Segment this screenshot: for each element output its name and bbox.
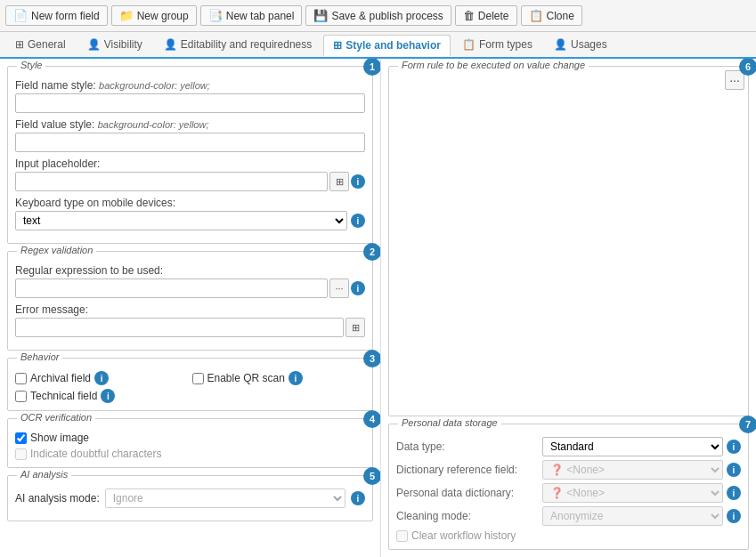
error-input-group: ⊞ xyxy=(15,318,365,337)
delete-icon: 🗑 xyxy=(463,9,475,22)
archival-checkbox[interactable] xyxy=(15,373,27,384)
new-tab-panel-icon: 📑 xyxy=(208,9,223,22)
form-rule-section: Form rule to be executed on value change… xyxy=(388,66,749,416)
field-value-style-input[interactable] xyxy=(15,133,365,152)
tab-visibility[interactable]: 👤 Visibility xyxy=(77,34,152,55)
main-content: Style 1 Field name style: background-col… xyxy=(0,59,756,557)
qr-info-icon[interactable]: i xyxy=(289,371,303,385)
regex-label: Regular expression to be used: xyxy=(15,264,365,277)
data-type-select[interactable]: Standard Personal Sensitive xyxy=(542,437,723,456)
ocr-section-title: OCR verification xyxy=(17,412,95,423)
field-name-style-input[interactable] xyxy=(15,93,365,113)
regex-content: Regular expression to be used: ··· i Err… xyxy=(8,252,372,350)
archival-row: Archival field i xyxy=(15,371,189,385)
ocr-content: Show image Indicate doubtful characters xyxy=(8,419,372,467)
input-placeholder-input[interactable] xyxy=(15,172,328,191)
placeholder-edit-button[interactable]: ⊞ xyxy=(329,172,349,191)
keyboard-type-select[interactable]: text number email tel url xyxy=(15,211,347,230)
data-type-info-icon[interactable]: i xyxy=(727,440,741,454)
enable-qr-checkbox[interactable] xyxy=(192,373,204,384)
form-rule-textarea[interactable] xyxy=(389,67,748,343)
form-types-icon: 📋 xyxy=(462,38,476,51)
delete-label: Delete xyxy=(478,10,509,22)
dict-ref-select[interactable]: ❓ <None> xyxy=(542,460,723,480)
save-publish-button[interactable]: 💾 Save & publish process xyxy=(305,5,451,26)
tab-editability-label: Editability and requiredness xyxy=(181,38,312,51)
enable-qr-label: Enable QR scan xyxy=(207,372,285,384)
indicate-checkbox[interactable] xyxy=(15,448,27,460)
regex-more-button[interactable]: ··· xyxy=(329,278,349,298)
style-section: Style 1 Field name style: background-col… xyxy=(7,66,373,244)
tab-general[interactable]: ⊞ General xyxy=(5,34,76,55)
field-value-style-value: background-color: yellow; xyxy=(98,119,209,130)
new-tab-panel-label: New tab panel xyxy=(226,10,295,22)
cleaning-mode-select[interactable]: Anonymize Delete xyxy=(542,506,723,526)
clone-label: Clone xyxy=(547,10,574,22)
regex-field-row: Regular expression to be used: ··· i xyxy=(15,264,365,298)
cleaning-mode-label: Cleaning mode: xyxy=(396,510,539,522)
ai-mode-select[interactable]: Ignore Analyze Required xyxy=(105,488,345,508)
right-panel: Form rule to be executed on value change… xyxy=(381,59,756,557)
behavior-section-title: Behavior xyxy=(17,351,62,362)
technical-info-icon[interactable]: i xyxy=(101,389,115,403)
clone-button[interactable]: 📋 Clone xyxy=(521,5,582,26)
personal-data-content: Data type: Standard Personal Sensitive i… xyxy=(389,424,748,549)
toolbar: 📄 New form field 📁 New group 📑 New tab p… xyxy=(0,0,756,32)
personal-dict-info-icon[interactable]: i xyxy=(727,486,741,500)
data-type-label: Data type: xyxy=(396,440,539,453)
field-value-style-row: Field value style: background-color: yel… xyxy=(15,118,365,152)
regex-info-icon[interactable]: i xyxy=(351,281,365,295)
regex-input[interactable] xyxy=(15,278,328,298)
usages-icon: 👤 xyxy=(554,38,567,51)
style-badge: 1 xyxy=(363,59,381,76)
form-rule-title: Form rule to be executed on value change xyxy=(398,60,589,70)
keyboard-type-info-icon[interactable]: i xyxy=(351,214,365,228)
dict-ref-info-icon[interactable]: i xyxy=(727,463,741,477)
new-form-field-icon: 📄 xyxy=(13,9,28,22)
personal-dict-row: Personal data dictionary: ❓ <None> i xyxy=(396,483,741,503)
ai-section-title: AI analysis xyxy=(17,469,71,480)
ai-section: AI analysis 5 AI analysis mode: Ignore A… xyxy=(7,475,373,521)
new-tab-panel-button[interactable]: 📑 New tab panel xyxy=(200,5,303,26)
ai-content: AI analysis mode: Ignore Analyze Require… xyxy=(8,476,372,521)
personal-data-section: Personal data storage 7 Data type: Stand… xyxy=(388,424,749,550)
personal-dict-select[interactable]: ❓ <None> xyxy=(542,483,723,503)
show-image-checkbox[interactable] xyxy=(15,432,27,444)
archival-info-icon[interactable]: i xyxy=(94,371,109,385)
personal-dict-label: Personal data dictionary: xyxy=(396,487,539,499)
style-icon: ⊞ xyxy=(333,39,342,52)
clone-icon: 📋 xyxy=(529,9,543,22)
tab-style-label: Style and behavior xyxy=(345,39,441,52)
cleaning-info-icon[interactable]: i xyxy=(727,509,741,523)
enable-qr-row: Enable QR scan i xyxy=(192,371,366,385)
tab-style-behavior[interactable]: ⊞ Style and behavior xyxy=(323,35,451,56)
ai-badge: 5 xyxy=(363,467,381,485)
ai-mode-info-icon[interactable]: i xyxy=(351,491,365,505)
clear-workflow-checkbox[interactable] xyxy=(396,530,408,542)
show-image-label: Show image xyxy=(30,432,89,444)
new-group-button[interactable]: 📁 New group xyxy=(111,5,197,26)
placeholder-info-icon[interactable]: i xyxy=(351,174,365,189)
error-edit-button[interactable]: ⊞ xyxy=(345,318,365,337)
tab-usages[interactable]: 👤 Usages xyxy=(544,34,617,55)
error-message-input[interactable] xyxy=(15,318,344,337)
tab-editability[interactable]: 👤 Editability and requiredness xyxy=(154,34,321,55)
style-section-title: Style xyxy=(17,60,45,70)
tab-form-types[interactable]: 📋 Form types xyxy=(452,34,542,55)
new-form-field-button[interactable]: 📄 New form field xyxy=(5,5,108,26)
input-placeholder-label: Input placeholder: xyxy=(15,157,365,170)
save-publish-label: Save & publish process xyxy=(331,10,443,22)
data-type-row: Data type: Standard Personal Sensitive i xyxy=(396,437,741,456)
technical-row: Technical field i xyxy=(15,389,189,403)
delete-button[interactable]: 🗑 Delete xyxy=(455,5,517,26)
tab-visibility-label: Visibility xyxy=(104,38,142,51)
keyboard-type-row: Keyboard type on mobile devices: text nu… xyxy=(15,197,365,230)
error-message-label: Error message: xyxy=(15,303,365,316)
editability-icon: 👤 xyxy=(164,38,177,51)
regex-section-title: Regex validation xyxy=(17,245,96,255)
archival-col: Archival field i Technical field i xyxy=(15,371,189,403)
technical-checkbox[interactable] xyxy=(15,391,27,402)
regex-badge: 2 xyxy=(363,243,381,261)
behavior-badge: 3 xyxy=(363,350,381,367)
save-icon: 💾 xyxy=(313,9,328,22)
